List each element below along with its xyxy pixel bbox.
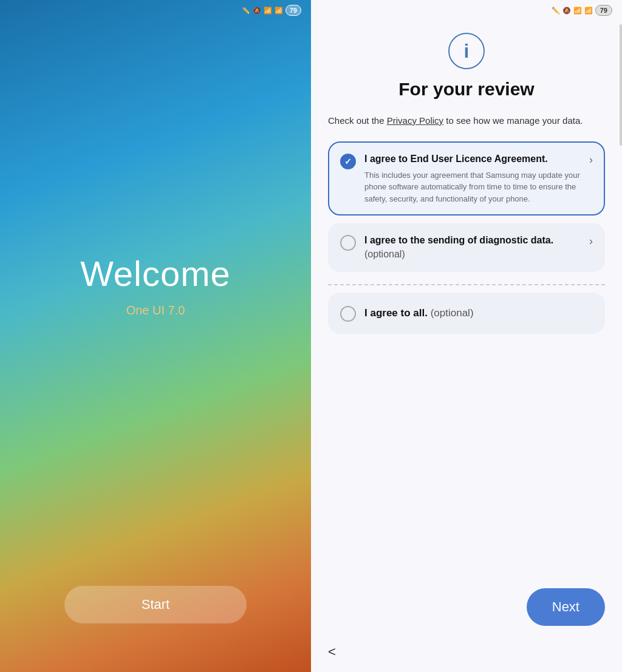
diagnostic-chevron-icon: › (589, 235, 593, 248)
section-divider (328, 284, 605, 285)
signal-icon-right: 📶 (584, 7, 593, 15)
back-button-row: < (311, 638, 622, 672)
right-status-bar: ✏️ 🔕 📶 📶 79 (311, 0, 622, 21)
welcome-content: Welcome One UI 7.0 (80, 0, 231, 586)
eula-chevron-icon: › (589, 154, 593, 166)
wifi-icon: 📶 (264, 7, 272, 15)
bottom-bar: Next (311, 579, 622, 638)
eula-description: This includes your agreement that Samsun… (364, 169, 581, 205)
page-title: For your review (328, 79, 605, 100)
eula-card[interactable]: ✓ I agree to End User Licence Agreement.… (328, 141, 605, 216)
mute-icon-right: 🔕 (562, 7, 571, 15)
pen-icon-right: ✏️ (552, 7, 560, 15)
info-icon-container: i (328, 33, 605, 69)
agree-all-title: I agree to all. (optional) (364, 307, 474, 319)
diagnostic-title: I agree to the sending of diagnostic dat… (364, 234, 581, 261)
start-button[interactable]: Start (64, 586, 247, 623)
diagnostic-content: I agree to the sending of diagnostic dat… (364, 234, 581, 261)
privacy-text: Check out the Privacy Policy to see how … (328, 114, 605, 128)
info-icon: i (448, 33, 485, 69)
back-chevron-icon[interactable]: < (328, 644, 336, 660)
diagnostic-checkbox[interactable] (340, 235, 356, 251)
welcome-subtitle: One UI 7.0 (126, 304, 185, 317)
right-panel: ✏️ 🔕 📶 📶 79 i For your review Check out … (311, 0, 622, 672)
mute-icon: 🔕 (253, 7, 261, 15)
left-status-icons: ✏️ 🔕 📶 📶 79 (242, 5, 301, 16)
agree-all-checkbox[interactable] (340, 306, 356, 322)
eula-checkbox[interactable]: ✓ (340, 154, 356, 169)
welcome-title: Welcome (80, 253, 231, 294)
scroll-indicator (620, 24, 622, 146)
battery-badge-left: 79 (285, 5, 301, 16)
right-content: i For your review Check out the Privacy … (311, 21, 622, 579)
battery-badge-right: 79 (595, 5, 612, 16)
pen-icon: ✏️ (242, 7, 250, 15)
right-status-icons: ✏️ 🔕 📶 📶 79 (552, 5, 612, 16)
signal-icon: 📶 (275, 7, 283, 15)
checkmark-icon: ✓ (344, 157, 352, 166)
eula-content: I agree to End User Licence Agreement. T… (364, 152, 581, 205)
left-panel: ✏️ 🔕 📶 📶 79 Welcome One UI 7.0 Start (0, 0, 311, 672)
agree-all-card[interactable]: I agree to all. (optional) (328, 293, 605, 334)
wifi-icon-right: 📶 (573, 7, 582, 15)
privacy-policy-link[interactable]: Privacy Policy (387, 115, 443, 126)
diagnostic-card[interactable]: I agree to the sending of diagnostic dat… (328, 223, 605, 272)
next-button[interactable]: Next (527, 588, 605, 626)
eula-title: I agree to End User Licence Agreement. (364, 152, 581, 166)
